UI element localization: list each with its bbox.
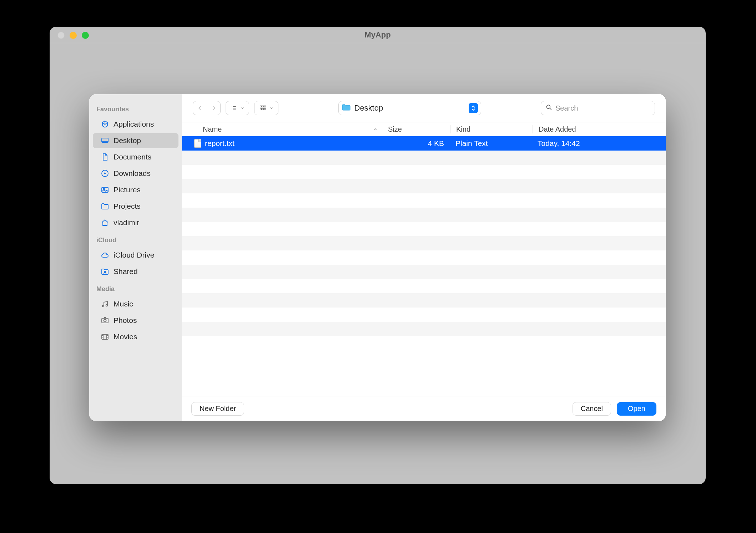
sidebar-item-applications[interactable]: Applications xyxy=(93,117,178,132)
file-name: report.txt xyxy=(205,139,235,148)
sort-ascending-icon xyxy=(373,125,378,133)
svg-point-8 xyxy=(104,319,106,322)
download-icon xyxy=(100,169,110,178)
file-list[interactable]: report.txt4 KBPlain TextToday, 14:42 xyxy=(182,136,666,396)
traffic-lights xyxy=(57,32,89,39)
document-icon xyxy=(100,153,110,161)
sidebar-item-label: Projects xyxy=(114,202,171,210)
close-window-button[interactable] xyxy=(57,32,65,39)
sidebar-section-icloud: iCloud xyxy=(89,232,182,246)
sidebar-item-home[interactable]: vladimir xyxy=(93,215,178,230)
empty-row xyxy=(182,222,666,236)
toolbar: Desktop xyxy=(182,94,666,122)
empty-row xyxy=(182,279,666,293)
svg-point-5 xyxy=(102,305,104,307)
sidebar-item-pictures[interactable]: Pictures xyxy=(93,182,178,197)
window-title: MyApp xyxy=(50,27,706,43)
svg-rect-11 xyxy=(262,106,263,107)
titlebar: MyApp xyxy=(50,27,706,43)
empty-row xyxy=(182,193,666,208)
svg-rect-0 xyxy=(102,138,108,142)
sidebar-item-desktop[interactable]: Desktop xyxy=(93,133,178,148)
group-by-button[interactable] xyxy=(254,101,278,115)
cancel-button[interactable]: Cancel xyxy=(573,402,611,416)
open-button[interactable]: Open xyxy=(617,402,656,416)
sidebar-item-label: Documents xyxy=(114,153,171,161)
file-row[interactable]: report.txt4 KBPlain TextToday, 14:42 xyxy=(182,136,666,151)
back-button[interactable] xyxy=(193,101,207,115)
home-icon xyxy=(100,218,110,227)
new-folder-button[interactable]: New Folder xyxy=(191,402,244,416)
empty-row xyxy=(182,208,666,222)
empty-row xyxy=(182,151,666,165)
minimize-window-button[interactable] xyxy=(70,32,77,39)
sidebar-item-label: Applications xyxy=(114,120,171,128)
sidebar-item-shared[interactable]: Shared xyxy=(93,264,178,279)
sidebar-item-label: iCloud Drive xyxy=(114,251,171,259)
column-header-kind[interactable]: Kind xyxy=(450,125,533,133)
svg-rect-10 xyxy=(260,106,262,107)
sidebar-item-label: Movies xyxy=(114,333,171,341)
sidebar-item-label: vladimir xyxy=(114,218,171,227)
sidebar-item-label: Pictures xyxy=(114,186,171,194)
svg-rect-2 xyxy=(102,187,108,192)
sidebar-item-label: Photos xyxy=(114,316,171,325)
location-stepper-icon xyxy=(469,103,478,113)
desktop-icon xyxy=(100,136,110,145)
empty-row xyxy=(182,308,666,322)
nav-segment xyxy=(193,101,221,115)
svg-point-16 xyxy=(546,105,550,108)
file-date-added: Today, 14:42 xyxy=(532,139,666,148)
text-file-icon xyxy=(194,139,201,148)
cloud-icon xyxy=(100,251,110,259)
sidebar-item-projects[interactable]: Projects xyxy=(93,199,178,214)
sidebar-item-label: Desktop xyxy=(114,136,171,145)
empty-row xyxy=(182,179,666,193)
sidebar-item-movies[interactable]: Movies xyxy=(93,329,178,344)
view-mode-button[interactable] xyxy=(226,101,249,115)
empty-row xyxy=(182,293,666,308)
sidebar-item-photos[interactable]: Photos xyxy=(93,313,178,328)
open-file-dialog: Favourites Applications Desktop Document… xyxy=(89,94,666,421)
sidebar: Favourites Applications Desktop Document… xyxy=(89,94,182,421)
empty-row xyxy=(182,265,666,279)
dialog-footer: New Folder Cancel Open xyxy=(182,396,666,421)
search-input[interactable] xyxy=(555,104,650,112)
folder-glyph-icon xyxy=(342,103,351,113)
sidebar-item-documents[interactable]: Documents xyxy=(93,149,178,164)
chevron-down-icon xyxy=(269,106,274,110)
empty-row xyxy=(182,236,666,250)
sidebar-section-media: Media xyxy=(89,280,182,295)
maximize-window-button[interactable] xyxy=(82,32,89,39)
forward-button[interactable] xyxy=(207,101,220,115)
sidebar-item-downloads[interactable]: Downloads xyxy=(93,166,178,181)
sidebar-item-label: Shared xyxy=(114,267,171,276)
chevron-down-icon xyxy=(240,106,245,110)
svg-rect-13 xyxy=(260,108,262,110)
column-header-name[interactable]: Name xyxy=(182,125,382,133)
file-size: 4 KB xyxy=(382,139,450,148)
sidebar-item-icloud-drive[interactable]: iCloud Drive xyxy=(93,248,178,263)
column-header-size[interactable]: Size xyxy=(382,125,450,133)
empty-row xyxy=(182,322,666,336)
search-icon xyxy=(545,104,553,112)
photos-icon xyxy=(100,316,110,325)
main-area: Desktop Name xyxy=(182,94,666,421)
empty-row xyxy=(182,250,666,265)
location-label: Desktop xyxy=(354,103,465,113)
search-field[interactable] xyxy=(541,101,655,115)
sidebar-item-music[interactable]: Music xyxy=(93,296,178,311)
location-popup[interactable]: Desktop xyxy=(338,101,481,115)
parent-app-window: MyApp Favourites Applications Desktop xyxy=(50,27,706,484)
pictures-icon xyxy=(100,186,110,194)
column-header-date-added[interactable]: Date Added xyxy=(533,125,666,133)
sidebar-section-favourites: Favourites xyxy=(89,101,182,115)
empty-row xyxy=(182,165,666,179)
svg-rect-15 xyxy=(264,108,266,110)
folder-icon xyxy=(100,202,110,210)
movies-icon xyxy=(100,333,110,341)
svg-rect-12 xyxy=(264,106,266,107)
column-header-row: Name Size Kind Date Added xyxy=(182,122,666,136)
music-icon xyxy=(100,300,110,308)
app-store-icon xyxy=(100,120,110,128)
